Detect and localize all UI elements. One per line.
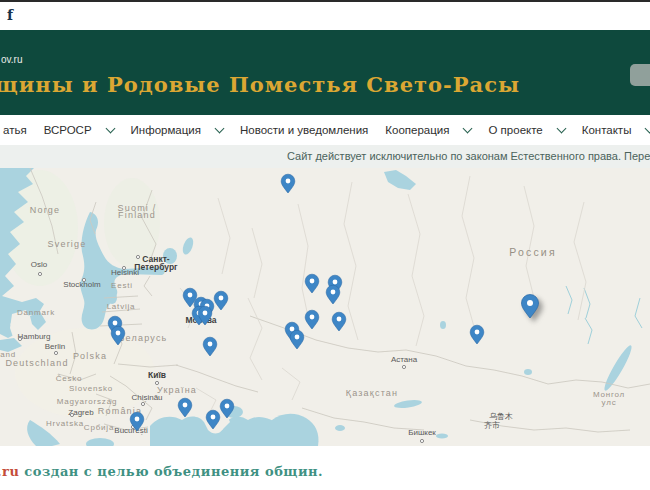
nav-item-label: Кооперация: [385, 124, 449, 136]
map-label: Петербург: [134, 262, 178, 272]
city-dot: [402, 365, 405, 368]
chevron-down-icon: [556, 123, 566, 133]
nav-item[interactable]: О проекте: [488, 124, 564, 136]
facebook-icon[interactable]: f: [7, 7, 13, 23]
map-label: Chișinău: [131, 393, 162, 402]
city-dot: [420, 439, 423, 442]
map-label: Бишкек: [408, 428, 436, 437]
map-label: Hrvatska: [46, 419, 84, 428]
map-label: Київ: [148, 370, 166, 380]
site-title: щины и Родовые Поместья Свето-Расы: [0, 72, 520, 97]
map-label: 乌鲁木: [489, 412, 513, 421]
nav-item-label: Информация: [131, 124, 201, 136]
notice-bar: Сайт действует исключительно по законам …: [0, 145, 650, 168]
map-label: Danmark: [17, 308, 55, 317]
lake-issyk-kul: [436, 434, 448, 439]
site-header: ov.ru щины и Родовые Поместья Свето-Расы: [0, 30, 650, 115]
city-dot: [141, 402, 144, 405]
map-label: Magyarország: [57, 397, 117, 406]
nav-item[interactable]: Новости и уведомления: [240, 124, 368, 136]
map-label: Norge: [30, 205, 61, 215]
nav-item[interactable]: атья: [3, 124, 27, 136]
nav-item[interactable]: Кооперация: [385, 124, 471, 136]
nav-item[interactable]: ВСРОСР: [44, 124, 114, 136]
map-label: Polska: [73, 351, 107, 361]
nav-item[interactable]: Контакты: [582, 124, 650, 136]
map-label: Deutschland: [5, 358, 68, 368]
map-label: Србија: [84, 423, 114, 432]
lake-aral: [335, 425, 345, 431]
map-label: Eesti: [111, 281, 133, 290]
map-label: Latvija: [107, 302, 136, 311]
nav-item-label: ВСРОСР: [44, 124, 92, 136]
map-label: Hamburg: [18, 332, 51, 341]
city-dot: [70, 413, 73, 416]
map-label: Stockholm: [63, 280, 101, 289]
chevron-down-icon: [105, 123, 115, 133]
city-dot: [122, 266, 125, 269]
map-label: Россия: [509, 246, 557, 258]
chevron-down-icon: [645, 123, 650, 133]
map-label: Қазақстан: [346, 388, 399, 398]
nav-item[interactable]: Информация: [131, 124, 223, 136]
notice-text: Сайт действует исключительно по законам …: [287, 150, 650, 162]
chevron-down-icon: [463, 123, 473, 133]
map-label: Беларусь: [119, 333, 168, 343]
main-nav: атьяВСРОСРИнформацияНовости и уведомлени…: [0, 115, 650, 145]
map-label: Oslo: [31, 260, 48, 269]
map-label: Астана: [391, 355, 418, 364]
map[interactable]: NorgeSverigeSuomi /FinlandEestiLatvijaDa…: [0, 168, 650, 446]
nav-item-label: О проекте: [488, 124, 542, 136]
city-dot: [82, 278, 85, 281]
map-label: Sverige: [48, 239, 87, 249]
footer-text: .ru создан с целью объединения общин.: [0, 464, 323, 479]
map-label: Україна: [157, 385, 197, 395]
city-dot: [38, 272, 41, 275]
lake-small: [524, 369, 532, 375]
topbar: f: [0, 0, 650, 30]
site-domain: ov.ru: [1, 54, 23, 65]
footer-domain: .ru: [0, 464, 19, 479]
city-dot: [54, 351, 57, 354]
city-dot: [136, 255, 139, 258]
nav-item-label: Контакты: [582, 124, 632, 136]
city-dot: [155, 381, 158, 384]
map-label: 齐市: [484, 421, 500, 430]
map-label: Česko: [56, 374, 83, 383]
footer-slogan: создан с целью объединения общин.: [19, 464, 323, 479]
city-dot: [18, 337, 21, 340]
map-label: улс: [602, 398, 617, 407]
footer: .ru создан с целью объединения общин.: [0, 446, 650, 490]
lake-small: [440, 321, 446, 329]
map-label: Finland: [118, 210, 156, 220]
nav-item-label: Новости и уведомления: [240, 124, 368, 136]
chevron-down-icon: [215, 123, 225, 133]
share-button[interactable]: [630, 64, 650, 86]
map-label: Slovensko: [69, 384, 113, 393]
nav-item-label: атья: [3, 124, 27, 136]
map-label: Berlin: [45, 342, 65, 351]
